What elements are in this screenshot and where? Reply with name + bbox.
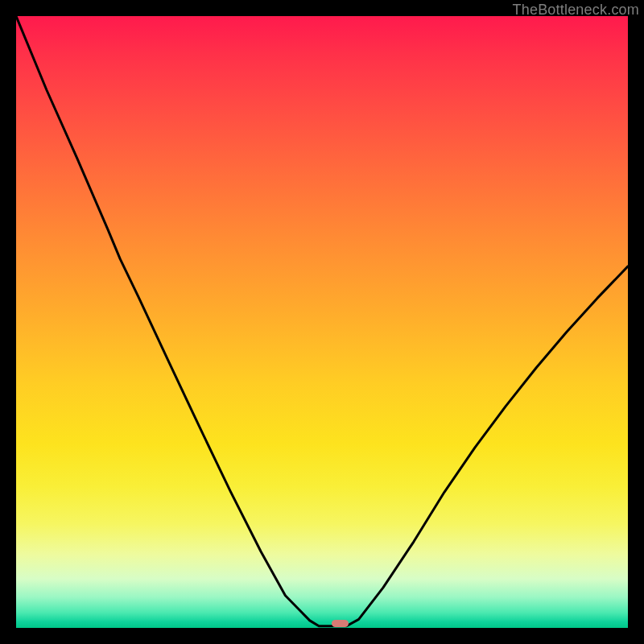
valley-marker (332, 620, 349, 627)
watermark-text: TheBottleneck.com (513, 2, 639, 19)
plot-area (16, 16, 628, 628)
chart-frame: TheBottleneck.com (0, 0, 644, 644)
bottleneck-curve (16, 16, 628, 628)
